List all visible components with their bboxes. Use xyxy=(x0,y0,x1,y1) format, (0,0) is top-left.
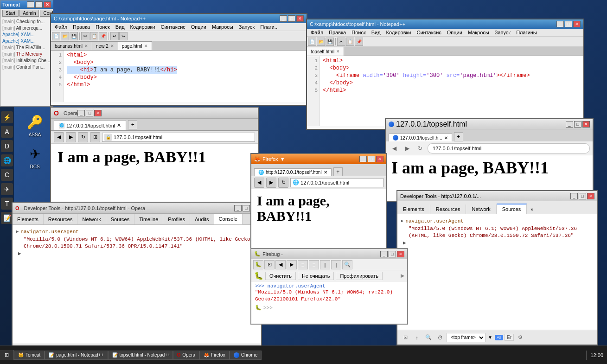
firebug-close[interactable]: ✕ xyxy=(397,251,404,257)
npp1-tool-undo[interactable]: ↩ xyxy=(110,32,119,40)
opera-tab-close[interactable]: ✕ xyxy=(117,122,121,128)
firebug-btn-1[interactable]: 🐛 xyxy=(253,260,263,269)
chrome-dt-minimize[interactable]: _ xyxy=(570,193,578,199)
firebug-btn-5[interactable]: | xyxy=(320,260,330,269)
firefox-address-bar[interactable]: 🌐 127.0.0.1/topself.html xyxy=(290,178,383,187)
firebug-btn-2[interactable]: ⊡ xyxy=(264,260,275,269)
opera-forward-btn[interactable]: ▶ xyxy=(66,132,76,142)
opera-dt-tab-network[interactable]: Network xyxy=(77,214,106,224)
opera-new-tab[interactable]: + xyxy=(128,120,137,129)
npp1-editor[interactable]: 12345 <html> <body> <h1>I am a page, BAB… xyxy=(51,51,307,102)
firefox-refresh-btn[interactable]: ↻ xyxy=(278,178,288,188)
firebug-btn-4[interactable]: ≡ xyxy=(309,260,319,269)
npp2-menu-lang[interactable]: Синтаксис xyxy=(414,29,444,36)
opera-dt-tab-resources[interactable]: Resources xyxy=(44,214,78,224)
opera-close[interactable]: ✕ xyxy=(94,110,102,116)
npp1-menu-file[interactable]: Файл xyxy=(52,24,70,30)
npp2-menu-view[interactable]: Вид xyxy=(369,29,383,36)
xampp-start-btn[interactable]: Start xyxy=(2,10,19,17)
npp2-menu-run[interactable]: Запуск xyxy=(492,29,513,36)
npp1-menu-lang[interactable]: Синтаксис xyxy=(158,24,188,30)
npp1-tool-save[interactable]: 💾 xyxy=(70,32,78,40)
firebug-btn-6[interactable]: | xyxy=(331,260,341,269)
firefox-close[interactable]: ✕ xyxy=(376,156,383,162)
npp1-tool-open[interactable]: 📂 xyxy=(61,32,69,40)
npp1-tab-new2-close[interactable]: ✕ xyxy=(110,44,114,48)
npp1-menu-edit[interactable]: Правка xyxy=(70,24,93,30)
npp1-menu-macros[interactable]: Макросы xyxy=(209,24,236,30)
npp2-maximize[interactable]: □ xyxy=(565,21,572,27)
desktop-icon-assa[interactable]: 🔑 ASSA xyxy=(16,111,53,139)
chrome-dt-tab-resources[interactable]: Resources xyxy=(430,204,466,214)
npp1-tab-bananas[interactable]: bananas.html ✕ xyxy=(51,41,92,50)
taskbar-item-npp1[interactable]: 📝 page.html - Notepad++ xyxy=(45,351,108,360)
firefox-dropdown[interactable]: ▼ xyxy=(280,156,285,162)
taskbar-item-opera[interactable]: O Opera xyxy=(173,351,200,360)
chrome-dt-tab-elements[interactable]: Elements xyxy=(397,204,430,214)
chrome-dt-bottom-search[interactable]: 🔍 xyxy=(423,332,434,343)
npp1-menu-opts[interactable]: Опции xyxy=(188,24,209,30)
npp1-code[interactable]: <html> <body> <h1>I am a page, BABY!!1</… xyxy=(64,51,180,102)
firefox-tab-active[interactable]: 🌐 http://127.0.0.1/topself.html ✕ xyxy=(254,168,332,176)
opera-dt-minimize[interactable]: _ xyxy=(234,205,242,211)
opera-back-btn[interactable]: ◀ xyxy=(54,132,64,142)
opera-tab-active[interactable]: 🌐 127.0.0.1/topself.html ✕ xyxy=(54,120,126,130)
firebug-clear-btn[interactable]: Очистить xyxy=(265,272,296,280)
chrome-dt-arrow[interactable]: ▶ xyxy=(401,217,403,225)
npp2-menu-macros[interactable]: Макросы xyxy=(465,29,492,36)
chrome-minimize[interactable]: _ xyxy=(566,121,573,128)
chrome-dt-close[interactable]: ✕ xyxy=(587,193,594,199)
firefox-tab-close[interactable]: ✕ xyxy=(324,170,327,175)
firebug-noclear-btn[interactable]: Не очищать xyxy=(298,272,334,280)
npp2-close[interactable]: ✕ xyxy=(573,21,581,27)
npp1-tool-paste[interactable]: 📌 xyxy=(99,32,107,40)
npp2-menu-file[interactable]: Файл xyxy=(308,29,326,36)
chrome-maximize[interactable]: □ xyxy=(574,121,581,128)
npp2-menu-plugins[interactable]: Плагины xyxy=(513,29,540,36)
firebug-maximize[interactable]: □ xyxy=(389,251,396,257)
firefox-new-tab[interactable]: + xyxy=(333,167,343,176)
chrome-forward-btn[interactable]: ▶ xyxy=(402,143,413,154)
npp2-tool-2[interactable]: 📂 xyxy=(317,38,325,46)
chrome-dt-bottom-stepout[interactable]: ↑ xyxy=(412,332,422,343)
opera-dt-tab-timeline[interactable]: Timeline xyxy=(134,214,163,224)
chrome-refresh-btn[interactable]: ↻ xyxy=(415,143,426,154)
npp2-tool-3[interactable]: 💾 xyxy=(326,38,334,46)
sidebar-icon-1[interactable]: ⚡ xyxy=(1,111,13,123)
taskbar-item-tomcat[interactable]: 🐱 Tomcat xyxy=(14,351,45,360)
firefox-back-btn[interactable]: ◀ xyxy=(254,178,264,188)
npp2-editor[interactable]: 12345 <html> <body> <iframe width='300' … xyxy=(307,56,583,126)
npp2-tool-1[interactable]: 📄 xyxy=(308,38,316,46)
firebug-btn-search[interactable]: 🔍 xyxy=(342,260,352,269)
chrome-new-tab[interactable]: + xyxy=(454,132,463,141)
npp1-tool-redo[interactable]: ↪ xyxy=(119,32,128,40)
chrome-dt-frame-arrow[interactable]: ▼ xyxy=(487,334,493,341)
opera-dt-arrow[interactable]: ▶ xyxy=(16,228,19,236)
npp1-maximize[interactable]: □ xyxy=(288,15,295,22)
chrome-address-bar[interactable]: 127.0.0.1/topself.html xyxy=(428,143,590,153)
npp2-tab-topself-close[interactable]: ✕ xyxy=(336,49,340,54)
firebug-btn-back[interactable]: ◀ xyxy=(275,260,286,269)
npp2-menu-search[interactable]: Поиск xyxy=(349,29,368,36)
desktop-icon-dcs[interactable]: ✈ DCS xyxy=(16,143,53,171)
chrome-tab-close[interactable]: ✕ xyxy=(444,135,448,140)
npp1-tool-new[interactable]: 📄 xyxy=(52,32,60,40)
xampp-close[interactable]: ✕ xyxy=(44,1,51,8)
npp1-tab-page[interactable]: page.html ✕ xyxy=(118,41,152,50)
chrome-dt-bottom-layout[interactable]: ⊡ xyxy=(400,332,410,343)
firefox-forward-btn[interactable]: ▶ xyxy=(266,178,276,188)
firefox-minimize[interactable]: _ xyxy=(359,156,367,162)
npp1-tab-page-close[interactable]: ✕ xyxy=(144,44,148,48)
npp1-menu-search[interactable]: Поиск xyxy=(93,24,112,30)
npp2-menu-enc[interactable]: Кодировки xyxy=(383,29,414,36)
npp1-menu-enc[interactable]: Кодировки xyxy=(128,24,158,30)
taskbar-item-chrome[interactable]: Chrome xyxy=(230,351,262,360)
npp2-tab-topself[interactable]: topself.html ✕ xyxy=(307,47,344,56)
npp2-tool-6[interactable]: 📌 xyxy=(355,38,363,46)
npp2-code[interactable]: <html> <body> <iframe width='300' height… xyxy=(320,56,533,126)
npp1-tool-cut[interactable]: ✂ xyxy=(81,32,89,40)
npp1-tool-copy[interactable]: 📋 xyxy=(90,32,98,40)
sidebar-icon-2[interactable]: A xyxy=(1,126,13,138)
firebug-profile-btn[interactable]: Профилировать xyxy=(336,272,383,280)
firefox-maximize[interactable]: □ xyxy=(368,156,375,162)
